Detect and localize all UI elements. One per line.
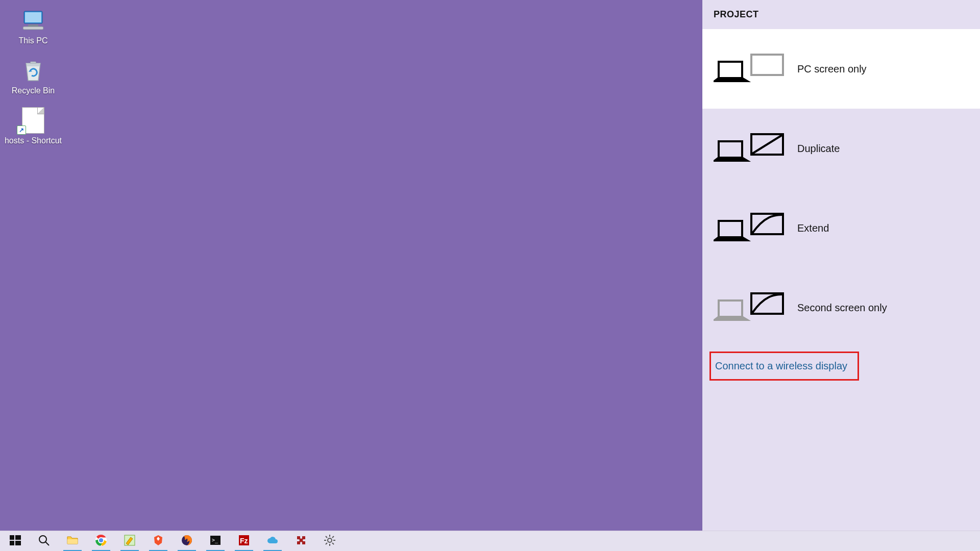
terminal-app[interactable]: >_ <box>201 531 230 552</box>
project-option-label: Extend <box>797 222 829 234</box>
project-option-second-screen-only[interactable]: Second screen only <box>702 268 980 347</box>
project-option-label: Duplicate <box>797 143 840 155</box>
svg-text:Fz: Fz <box>240 537 248 545</box>
svg-line-36 <box>332 536 334 538</box>
firefox-icon <box>181 534 193 548</box>
svg-rect-2 <box>28 24 38 27</box>
extend-icon <box>714 211 785 245</box>
filezilla-icon: Fz <box>238 534 250 548</box>
svg-rect-18 <box>67 539 78 544</box>
puzzle-icon <box>295 534 307 548</box>
desktop-icon-this-pc[interactable]: This PC <box>0 7 66 46</box>
project-option-extend[interactable]: Extend <box>702 188 980 268</box>
svg-rect-14 <box>10 541 14 545</box>
shortcut-overlay-icon: ↗ <box>17 126 26 135</box>
svg-line-33 <box>326 536 327 538</box>
desktop-icon-hosts-shortcut[interactable]: ↗ hosts - Shortcut <box>0 107 66 146</box>
project-flyout-title: PROJECT <box>702 0 980 29</box>
svg-rect-6 <box>719 141 742 158</box>
svg-rect-9 <box>751 214 783 234</box>
project-option-label: Second screen only <box>797 302 887 314</box>
svg-rect-5 <box>751 55 783 75</box>
project-option-duplicate[interactable]: Duplicate <box>702 109 980 188</box>
search-button[interactable] <box>30 531 58 552</box>
svg-rect-3 <box>23 27 43 30</box>
editor-icon <box>124 534 136 548</box>
chrome-app[interactable] <box>87 531 115 552</box>
svg-rect-13 <box>15 535 21 540</box>
svg-rect-8 <box>719 221 742 237</box>
desktop-icons: This PC Recycle Bin ↗ <box>0 5 66 146</box>
file-icon: ↗ <box>19 107 47 134</box>
pc-screen-only-icon <box>714 52 785 86</box>
svg-line-34 <box>332 543 334 544</box>
firefox-app[interactable] <box>173 531 201 552</box>
filezilla-app[interactable]: Fz <box>230 531 258 552</box>
cloud-app[interactable] <box>258 531 287 552</box>
svg-point-28 <box>328 538 332 542</box>
settings-app[interactable] <box>315 531 344 552</box>
taskbar: >_ Fz <box>0 531 980 551</box>
svg-rect-15 <box>15 541 21 545</box>
chrome-icon <box>95 534 107 548</box>
svg-rect-10 <box>719 300 742 317</box>
start-button[interactable] <box>1 531 30 552</box>
brave-app[interactable] <box>144 531 173 552</box>
svg-text:>_: >_ <box>212 537 218 543</box>
svg-rect-11 <box>751 293 783 314</box>
project-option-label: PC screen only <box>797 63 867 75</box>
cloud-icon <box>266 534 279 548</box>
svg-rect-12 <box>10 535 14 540</box>
desktop-icon-label: Recycle Bin <box>12 86 55 96</box>
connect-wireless-display-link[interactable]: Connect to a wireless display <box>714 358 848 374</box>
annotation-highlight: Connect to a wireless display <box>709 352 859 381</box>
search-icon <box>38 534 50 548</box>
desktop-icon-recycle-bin[interactable]: Recycle Bin <box>0 57 66 96</box>
puzzle-app[interactable] <box>287 531 315 552</box>
desktop-icon-label: hosts - Shortcut <box>5 136 62 146</box>
project-flyout: PROJECT PC screen only <box>702 0 980 531</box>
recycle-bin-icon <box>19 57 47 84</box>
brave-icon <box>152 534 164 548</box>
gear-icon <box>324 534 336 548</box>
computer-icon <box>19 7 47 34</box>
folder-icon <box>66 534 79 548</box>
panel-scrollbar[interactable] <box>968 0 980 531</box>
windows-logo-icon <box>9 534 21 548</box>
svg-rect-1 <box>25 12 41 22</box>
desktop-icon-label: This PC <box>19 36 48 46</box>
project-option-pc-screen-only[interactable]: PC screen only <box>702 29 980 109</box>
second-screen-only-icon <box>714 290 785 325</box>
svg-line-35 <box>326 543 327 544</box>
editor-app[interactable] <box>115 531 144 552</box>
file-explorer-app[interactable] <box>58 531 87 552</box>
svg-line-17 <box>45 542 49 545</box>
terminal-icon: >_ <box>209 534 222 548</box>
svg-point-16 <box>39 536 46 543</box>
duplicate-icon <box>714 131 785 166</box>
svg-rect-4 <box>719 62 742 78</box>
